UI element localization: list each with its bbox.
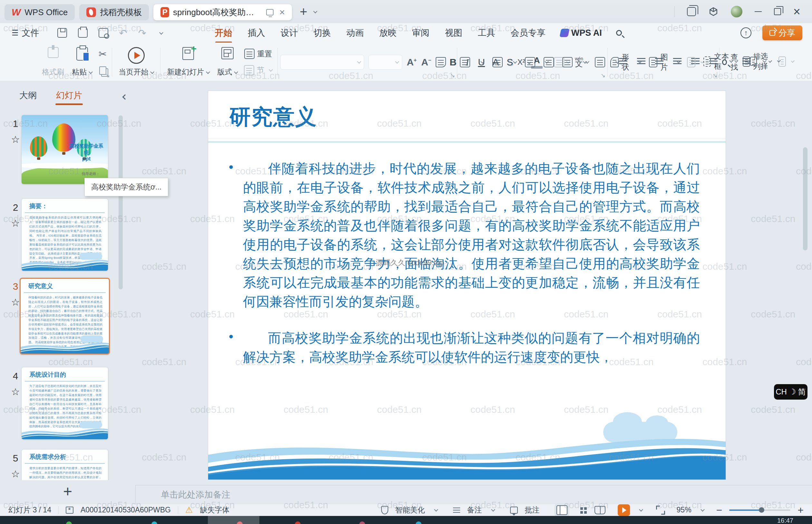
fill-color-icon[interactable] [687,57,695,67]
paragraph-dialog-icon[interactable]: ↘ [601,72,606,79]
bullet-list-icon[interactable] [460,57,470,67]
taskbar-app-icon[interactable] [151,521,157,524]
tab-list-chevron-icon[interactable] [313,9,317,13]
decrease-indent-icon[interactable] [525,57,535,67]
quick-access-chevron-icon[interactable] [159,30,163,34]
collapse-panel-icon[interactable] [122,95,128,100]
tab-close-icon[interactable]: × [279,7,285,17]
ime-indicator[interactable]: CH ☽ 简 [774,384,808,399]
tab-review[interactable]: 审阅 [412,25,430,40]
textbox-icon[interactable] [703,56,711,67]
zoom-out-button[interactable]: − [716,505,723,515]
tab-home[interactable]: 开始 [214,25,233,40]
picture-icon[interactable] [649,57,657,67]
font-name-combobox[interactable] [280,55,364,70]
zoom-in-button[interactable]: + [797,505,803,515]
tab-slides[interactable]: 幻灯片 [56,89,82,104]
slide-canvas[interactable]: 研究意义 • 伴随着科技的进步，时代的发展，越来越多的电子设备也随之出现在人们的… [208,91,726,480]
reading-view-button[interactable] [595,506,606,514]
active-task-segment[interactable] [208,516,260,524]
tab-insert[interactable]: 插入 [247,25,266,40]
notes-button[interactable]: 备注 [467,505,482,515]
taskbar-app-icon[interactable] [295,521,301,524]
slide-5-thumbnail[interactable]: 系统需求分析 需求分析的首要是要分析用户的需求，知道用户存在的一些情况，并且要明… [21,449,108,480]
reset-button[interactable]: 重置 [244,49,272,59]
zoom-level[interactable]: 95% [677,506,692,514]
tab-slideshow[interactable]: 放映 [379,25,397,40]
restore-button[interactable] [774,8,781,15]
insert-dialog-icon[interactable]: ↘ [712,72,717,79]
normal-view-button[interactable] [557,505,567,515]
tab-docer-templates[interactable]: 找稻壳模板 [79,4,149,20]
scrollbar-thumb[interactable] [803,147,808,250]
zoom-slider-thumb[interactable] [759,507,764,513]
tab-tools[interactable]: 工具 [477,25,496,40]
bold-button[interactable]: B [446,57,460,68]
missing-font-button[interactable]: 缺失字体 [200,505,229,515]
file-menu[interactable]: ☰ 文件 [12,27,39,39]
add-slide-button[interactable]: + [56,482,79,500]
close-button[interactable]: × [793,5,800,18]
new-slide-button[interactable]: 新建幻灯片 [163,45,213,80]
bullet-paragraph[interactable]: 伴随着科技的进步，时代的发展，越来越多的电子设备也随之出现在人们的眼前，在电子设… [243,159,700,311]
tab-view[interactable]: 视图 [444,25,463,40]
find-button[interactable]: 查找 [731,52,741,72]
save-icon[interactable] [57,28,67,38]
clipboard-dialog-icon[interactable]: ↘ [105,72,110,79]
slide-4-thumbnail[interactable]: 系统设计目的 为了适应电子信息时代和科技化时代的到来，并且应对今后可能越来越广泛… [21,367,108,439]
user-avatar[interactable] [731,6,742,17]
select-button[interactable]: 选择 [761,51,772,71]
print-preview-icon[interactable] [99,28,108,38]
shapes-icon[interactable] [610,57,618,67]
section-button[interactable]: 节 [244,65,272,76]
font-size-combobox[interactable] [369,55,402,70]
tab-animation[interactable]: 动画 [346,25,364,40]
font-dialog-icon[interactable]: ↘ [450,72,455,79]
new-tab-button[interactable]: + [300,4,307,19]
tab-outline[interactable]: 大纲 [19,89,37,104]
tab-wps-office[interactable]: W WPS Office [4,4,75,20]
numbered-list-icon[interactable] [492,57,503,67]
multi-window-icon[interactable] [687,7,696,16]
cut-icon[interactable]: ✂ [99,49,107,59]
bullet-paragraph[interactable]: 而高校奖助学金系统的出现也渐渐让这种类似的问题有了一个相对明确的解决方案，高校奖… [243,329,700,367]
tab-transition[interactable]: 切换 [313,25,332,40]
template-id[interactable]: A000120140530A60PWBG [81,506,171,514]
slide-title[interactable]: 研究意义 [229,102,317,131]
slide-2-thumbnail[interactable]: 摘要： 高校奖助学金系统的目的是让使用者可以更方便的将人、设备和场景更立体的连接… [21,199,108,271]
clear-format-icon[interactable] [436,57,446,67]
layout-button[interactable]: 版式 [213,45,241,80]
tab-member[interactable]: 会员专享 [510,25,546,40]
share-button[interactable]: 分享 [762,26,802,40]
picture-button[interactable]: 图片 [661,52,672,72]
paste-button[interactable]: 粘贴 [68,45,96,80]
tab-presentation[interactable]: P springboot高校奖助学金系... × [153,4,292,20]
tab-wps-ai[interactable]: WPS AI [560,28,602,38]
canvas-scrollbar[interactable] [803,94,808,479]
taskbar-app-icon[interactable] [359,521,365,524]
shapes-button[interactable]: 形状 [622,52,633,72]
undo-icon[interactable]: ↶ [119,28,127,39]
tab-design[interactable]: 设计 [280,25,299,40]
workspace-cube-icon[interactable] [708,6,718,17]
slide-1-thumbnail[interactable]: 高校奖助学金系统ppt 指导老师： [21,115,108,184]
slideshow-play-button[interactable] [618,504,630,516]
decrease-font-icon[interactable]: A− [421,57,431,68]
monitor-icon[interactable] [266,9,273,15]
sidebar-scrollbar[interactable] [119,115,123,290]
increase-font-icon[interactable]: A+ [407,57,417,68]
smart-beautify-button[interactable]: 智能美化 [395,505,425,515]
play-from-current-button[interactable]: 当页开始 [115,45,158,80]
minimize-button[interactable] [755,11,762,12]
slide-sorter-view-button[interactable] [580,507,583,510]
text-direction-icon[interactable] [595,57,605,67]
print-icon[interactable] [78,28,88,38]
format-painter-button[interactable]: 格式刷 [38,45,68,80]
character-spacing-icon[interactable] [562,57,573,67]
comments-button[interactable]: 批注 [525,505,540,515]
fullscreen-icon[interactable] [656,506,665,515]
slide-body-text[interactable]: • 伴随着科技的进步，时代的发展，越来越多的电子设备也随之出现在人们的眼前，在电… [243,159,700,384]
search-icon[interactable] [616,30,622,36]
increase-indent-icon[interactable] [544,57,554,67]
slide-3-thumbnail-selected[interactable]: 研究意义 伴随着科技的进步，时代的发展，越来越多的电子设备也随之出现在人们的眼前… [20,278,110,355]
